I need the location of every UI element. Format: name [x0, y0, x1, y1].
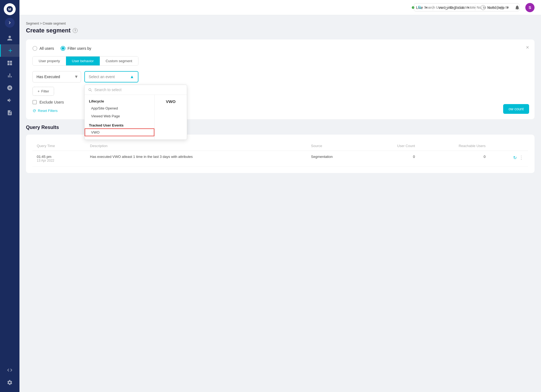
add-filter-label: Filter [41, 89, 49, 93]
sidebar-item-segments[interactable] [0, 82, 19, 94]
sidebar-item-code[interactable] [7, 364, 13, 376]
col-query-time: Query Time [32, 141, 86, 151]
cell-query-time: 01:45 pm 13 Apr 2022 [32, 151, 86, 167]
filter-row: Has Executed ▼ Select an event ▲ [32, 71, 528, 82]
more-actions-icon[interactable]: ⋮ [519, 155, 524, 161]
dropdown-category-lifecycle: Lifecycle [85, 98, 154, 104]
query-time-line1: 01:45 pm [37, 155, 81, 159]
event-dropdown: Lifecycle App/Site Opened Viewed Web Pag… [84, 85, 187, 140]
sidebar-item-user[interactable] [0, 32, 19, 44]
cell-actions: ↻ ⋮ [490, 151, 528, 167]
topnav: Live ▼ vwo_integration ▼ ? Need help ▼ S [19, 0, 541, 15]
sidebar-collapse-button[interactable] [5, 18, 15, 28]
exclude-users-checkbox[interactable] [32, 100, 37, 104]
all-users-radio-circle [32, 46, 37, 51]
sidebar-item-campaigns[interactable] [0, 94, 19, 107]
filter-users-radio[interactable]: Filter users by [61, 46, 91, 51]
show-count-button[interactable]: ow count [503, 104, 529, 114]
event-chevron-up-icon: ▲ [130, 74, 134, 79]
dropdown-category-tracked: Tracked User Events [85, 122, 154, 128]
col-reachable-users: Reachable Users [419, 141, 490, 151]
tab-user-property[interactable]: User property [33, 57, 66, 65]
dropdown-search-area [85, 85, 187, 95]
add-filter-button[interactable]: + Filter [32, 87, 54, 96]
query-time-line2: 13 Apr 2022 [37, 159, 81, 162]
svg-text:M: M [8, 7, 11, 11]
page-help-icon[interactable]: ? [73, 28, 78, 33]
filter-users-radio-circle [61, 46, 65, 51]
has-executed-wrapper: Has Executed ▼ [32, 71, 81, 82]
breadcrumb-parent: Segment [26, 22, 39, 25]
select-event-label: Select an event [89, 75, 128, 79]
reset-icon [32, 109, 36, 113]
radio-group: All users Filter users by [32, 46, 528, 51]
all-users-radio[interactable]: All users [32, 46, 54, 51]
results-table: Query Time Description Source User Count… [32, 141, 528, 167]
table-actions: ↻ ⋮ [494, 155, 524, 161]
sidebar-bottom [7, 364, 13, 389]
breadcrumb-current: Create segment [43, 22, 66, 25]
search-input[interactable] [424, 5, 516, 9]
tab-custom-segment[interactable]: Custom segment [100, 57, 138, 65]
results-table-body: 01:45 pm 13 Apr 2022 Has executed VWO at… [32, 151, 528, 167]
reset-filters-label: Reset Filters [38, 109, 58, 113]
col-description: Description [86, 141, 307, 151]
refresh-action-icon[interactable]: ↻ [513, 155, 517, 160]
segment-card: × All users Filter users by User propert… [26, 39, 535, 119]
dropdown-selected-label: VWO [154, 95, 187, 139]
behavior-tabs: User property User behavior Custom segme… [32, 56, 138, 66]
results-table-header: Query Time Description Source User Count… [32, 141, 528, 151]
breadcrumb: Segment > Create segment [26, 22, 535, 25]
dropdown-search-input[interactable] [94, 88, 184, 92]
logo: M [4, 3, 16, 15]
dropdown-content: Lifecycle App/Site Opened Viewed Web Pag… [85, 95, 187, 139]
cell-source: Segmentation [307, 151, 367, 167]
sidebar: M [0, 0, 19, 392]
col-user-count: User Count [367, 141, 419, 151]
sidebar-item-reports[interactable] [0, 107, 19, 119]
close-icon[interactable]: × [526, 44, 529, 51]
sidebar-item-create[interactable] [0, 44, 19, 57]
dropdown-list: Lifecycle App/Site Opened Viewed Web Pag… [85, 95, 154, 139]
main-content: Live ▼ vwo_integration ▼ ? Need help ▼ S… [19, 0, 541, 392]
dropdown-search-icon [88, 88, 92, 92]
plus-icon: + [38, 89, 40, 93]
content-area: Segment > Create segment Create segment … [19, 15, 541, 392]
search-icon [417, 5, 422, 9]
cell-description: Has executed VWO atleast 1 time in the l… [86, 151, 307, 167]
dropdown-item-viewed-web-page[interactable]: Viewed Web Page [85, 112, 154, 120]
page-title: Create segment ? [26, 27, 535, 34]
cell-user-count: 0 [367, 151, 419, 167]
sidebar-item-analytics[interactable] [0, 69, 19, 82]
filter-users-label: Filter users by [68, 46, 91, 51]
dropdown-item-app-site[interactable]: App/Site Opened [85, 104, 154, 112]
cell-reachable-users: 0 [419, 151, 490, 167]
results-card: Query Time Description Source User Count… [26, 135, 535, 173]
tab-user-behavior[interactable]: User behavior [66, 57, 100, 65]
col-source: Source [307, 141, 367, 151]
dropdown-item-vwo[interactable]: VWO [85, 128, 154, 136]
exclude-users-label: Exclude Users [39, 100, 64, 104]
select-event-button[interactable]: Select an event ▲ [84, 71, 138, 82]
search-box[interactable] [414, 3, 519, 11]
has-executed-select[interactable]: Has Executed [32, 71, 81, 82]
all-users-label: All users [39, 46, 54, 51]
sidebar-item-dashboard[interactable] [0, 57, 19, 69]
table-row: 01:45 pm 13 Apr 2022 Has executed VWO at… [32, 151, 528, 167]
user-avatar[interactable]: S [525, 3, 535, 12]
breadcrumb-separator: > [40, 22, 42, 25]
sidebar-item-settings[interactable] [7, 376, 13, 389]
